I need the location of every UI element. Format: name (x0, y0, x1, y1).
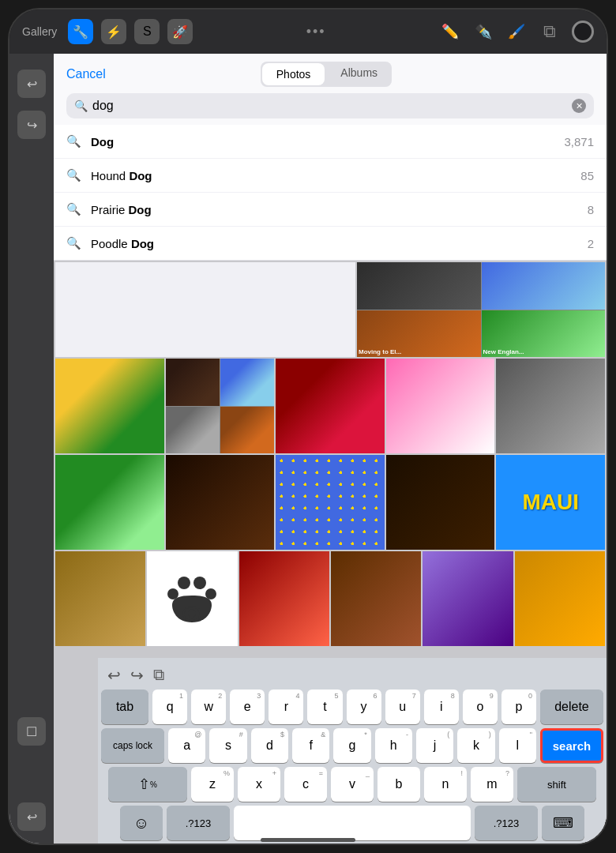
sidebar-btn-undo[interactable]: ↩ (17, 802, 46, 831)
photo-cell-gray-dog[interactable] (496, 359, 605, 453)
toolbar-icon-1[interactable]: 🔧 (68, 19, 93, 44)
key-y[interactable]: 6y (347, 690, 381, 724)
key-r[interactable]: 4r (269, 690, 303, 724)
search-button[interactable]: search (540, 728, 603, 763)
photo-cell-orange[interactable] (515, 551, 605, 646)
suggestion-item-prairie[interactable]: 🔍 Prairie Dog 8 (54, 193, 607, 227)
gallery-label: Gallery (22, 25, 57, 38)
search-input-display[interactable]: dog (92, 99, 567, 113)
key-capslock[interactable]: caps lock (101, 728, 164, 763)
key-n[interactable]: !n (424, 767, 467, 802)
toolbar-icon-2[interactable]: ⚡ (101, 19, 126, 44)
key-o[interactable]: 9o (463, 690, 498, 724)
key-d[interactable]: $d (251, 728, 288, 763)
sidebar-btn-2[interactable]: ↪ (17, 111, 46, 139)
key-emoji[interactable]: ☺ (120, 806, 163, 840)
key-b[interactable]: b (377, 767, 420, 802)
suggestion-item-poodle[interactable]: 🔍 Poodle Dog 2 (54, 227, 607, 260)
suggestion-text-1: Dog (91, 135, 564, 148)
key-t[interactable]: 5t (307, 690, 342, 724)
photo-cell-pink[interactable] (386, 359, 495, 453)
key-tab[interactable]: tab (101, 690, 148, 724)
tab-albums[interactable]: Albums (326, 62, 392, 87)
key-v[interactable]: _v (331, 767, 374, 802)
photo-cell-green[interactable] (55, 455, 164, 550)
photo-cell-flower[interactable] (55, 359, 164, 453)
tab-photos[interactable]: Photos (262, 63, 325, 85)
key-h[interactable]: -h (375, 728, 412, 763)
grid-cell-collage-top[interactable]: Moving to El... New Englan... (357, 262, 605, 357)
key-z[interactable]: %z (191, 767, 234, 802)
redo-button[interactable]: ↪ (130, 666, 144, 685)
suggestion-text-4: Poodle Dog (91, 237, 588, 250)
key-i[interactable]: 8i (424, 690, 459, 724)
photo-cell-paw[interactable] (147, 551, 237, 646)
sidebar-btn-square[interactable]: ☐ (17, 717, 46, 746)
photo-cell-person[interactable] (55, 551, 145, 646)
photo-cell-blue-polka[interactable] (276, 455, 385, 550)
photo-cell-brown-dog[interactable] (331, 551, 421, 646)
key-f[interactable]: &f (292, 728, 329, 763)
key-g[interactable]: *g (333, 728, 370, 763)
key-s[interactable]: #s (209, 728, 246, 763)
copy-button[interactable]: ⧉ (153, 666, 164, 685)
pen-icon[interactable]: ✏️ (439, 21, 461, 43)
suggestion-item-dog[interactable]: 🔍 Dog 3,871 (54, 125, 607, 159)
grid-row-1 (55, 359, 605, 453)
photo-cell-maui[interactable]: MAUI (496, 455, 605, 550)
key-shift-right[interactable]: shift (517, 767, 596, 802)
toolbar-right: ✏️ ✒️ 🖌️ ⧉ (439, 21, 594, 43)
svg-point-0 (178, 577, 190, 589)
key-space[interactable] (234, 806, 471, 840)
photo-cell-dark-dog[interactable] (386, 455, 495, 550)
key-k[interactable]: )k (457, 728, 494, 763)
photo-cell-collage-1[interactable] (166, 359, 275, 453)
toolbar-icon-4[interactable]: 🚀 (167, 19, 193, 44)
picker-tabs-row: Cancel Photos Albums (66, 62, 594, 87)
key-l[interactable]: "l (499, 728, 536, 763)
suggestion-count-1: 3,871 (564, 135, 594, 148)
key-numbers2[interactable]: .?123 (475, 806, 538, 840)
suggestion-search-icon-3: 🔍 (66, 202, 81, 216)
photo-cell-purple[interactable] (423, 551, 513, 646)
key-e[interactable]: 3e (230, 690, 265, 724)
key-u[interactable]: 7u (385, 690, 420, 724)
key-x[interactable]: +x (238, 767, 280, 802)
key-c[interactable]: =c (284, 767, 327, 802)
layers-icon[interactable]: ⧉ (539, 21, 561, 43)
photo-cell-red2[interactable] (239, 551, 329, 646)
sidebar-btn-1[interactable]: ↩ (17, 70, 46, 98)
cancel-button[interactable]: Cancel (66, 67, 106, 81)
keyboard-toolbar: ↩ ↪ ⧉ (101, 661, 603, 690)
suggestion-count-4: 2 (588, 237, 594, 250)
undo-button[interactable]: ↩ (107, 666, 121, 685)
toolbar-dots: ••• (201, 24, 431, 40)
key-keyboard-icon[interactable]: ⌨ (542, 806, 584, 840)
suggestion-text-3: Prairie Dog (91, 203, 588, 216)
key-p[interactable]: 0p (501, 690, 536, 724)
suggestion-count-3: 8 (588, 203, 594, 216)
photo-picker: Cancel Photos Albums 🔍 dog ✕ 🔍 Do (54, 54, 607, 845)
top-bar: Gallery 🔧 ⚡ S 🚀 ••• ✏️ ✒️ 🖌️ ⧉ (9, 9, 607, 54)
key-j[interactable]: (j (416, 728, 453, 763)
svg-point-1 (193, 577, 206, 589)
toolbar-icon-3[interactable]: S (134, 19, 160, 44)
suggestion-text-2: Hound Dog (91, 169, 580, 182)
suggestion-count-2: 85 (580, 169, 594, 182)
suggestion-item-hound[interactable]: 🔍 Hound Dog 85 (54, 159, 607, 193)
clear-search-button[interactable]: ✕ (572, 99, 586, 113)
key-w[interactable]: 2w (191, 690, 226, 724)
key-shift-left[interactable]: ⇧ % (108, 767, 187, 802)
key-numbers[interactable]: .?123 (167, 806, 230, 840)
key-delete[interactable]: delete (540, 690, 603, 724)
key-q[interactable]: 1q (152, 690, 187, 724)
search-icon: 🔍 (74, 100, 88, 112)
nib-icon[interactable]: ✒️ (472, 21, 494, 43)
tab-group: Photos Albums (261, 62, 392, 87)
photo-cell-red[interactable] (276, 359, 385, 453)
key-m[interactable]: ?m (471, 767, 513, 802)
brush-icon[interactable]: 🖌️ (505, 21, 528, 43)
photo-cell-dark2[interactable] (166, 455, 275, 550)
key-a[interactable]: @a (168, 728, 205, 763)
grid-row-3 (55, 551, 605, 646)
